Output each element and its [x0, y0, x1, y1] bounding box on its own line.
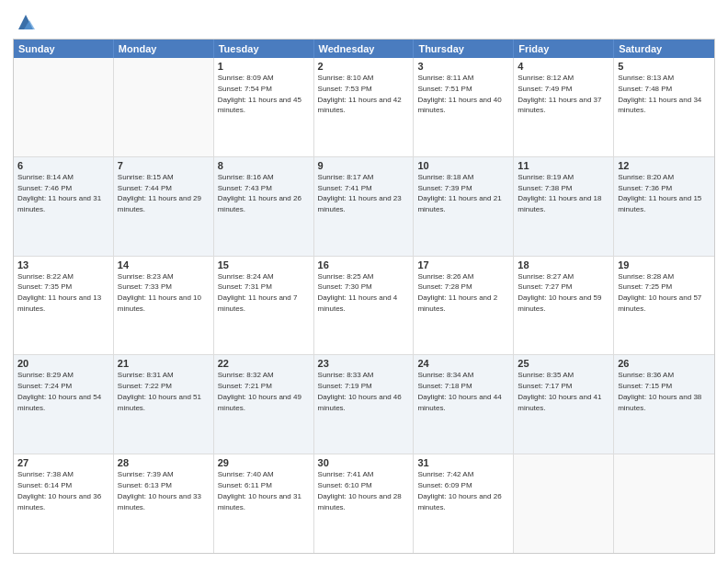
day-details: Sunrise: 8:10 AM Sunset: 7:53 PM Dayligh… — [318, 74, 402, 114]
day-details: Sunrise: 8:12 AM Sunset: 7:49 PM Dayligh… — [518, 74, 601, 114]
calendar-cell: 1Sunrise: 8:09 AM Sunset: 7:54 PM Daylig… — [214, 58, 314, 156]
day-number: 5 — [618, 61, 711, 72]
calendar-day-header: Tuesday — [214, 40, 314, 58]
calendar-cell — [114, 58, 214, 156]
day-number: 1 — [218, 61, 310, 72]
calendar-body: 1Sunrise: 8:09 AM Sunset: 7:54 PM Daylig… — [14, 58, 714, 553]
day-number: 15 — [218, 259, 310, 270]
calendar-cell: 9Sunrise: 8:17 AM Sunset: 7:41 PM Daylig… — [314, 157, 415, 256]
day-details: Sunrise: 8:33 AM Sunset: 7:19 PM Dayligh… — [318, 371, 402, 411]
calendar-day-header: Wednesday — [314, 40, 415, 58]
calendar-cell: 7Sunrise: 8:15 AM Sunset: 7:44 PM Daylig… — [114, 157, 214, 256]
calendar-row: 13Sunrise: 8:22 AM Sunset: 7:35 PM Dayli… — [14, 256, 714, 355]
day-number: 22 — [218, 358, 310, 369]
day-number: 13 — [17, 259, 109, 270]
day-number: 20 — [17, 358, 109, 369]
calendar-cell: 25Sunrise: 8:35 AM Sunset: 7:17 PM Dayli… — [514, 355, 614, 454]
calendar-row: 27Sunrise: 7:38 AM Sunset: 6:14 PM Dayli… — [14, 454, 714, 553]
calendar-cell: 31Sunrise: 7:42 AM Sunset: 6:09 PM Dayli… — [414, 454, 514, 553]
calendar-cell: 17Sunrise: 8:26 AM Sunset: 7:28 PM Dayli… — [414, 257, 514, 355]
calendar-cell: 13Sunrise: 8:22 AM Sunset: 7:35 PM Dayli… — [14, 257, 114, 355]
day-number: 12 — [618, 160, 711, 171]
calendar-cell: 20Sunrise: 8:29 AM Sunset: 7:24 PM Dayli… — [14, 355, 114, 454]
day-number: 8 — [218, 160, 310, 171]
day-number: 24 — [417, 358, 509, 369]
calendar-cell: 6Sunrise: 8:14 AM Sunset: 7:46 PM Daylig… — [14, 157, 114, 256]
calendar-cell: 19Sunrise: 8:28 AM Sunset: 7:25 PM Dayli… — [614, 257, 714, 355]
calendar-row: 6Sunrise: 8:14 AM Sunset: 7:46 PM Daylig… — [14, 156, 714, 256]
day-number: 27 — [17, 457, 109, 468]
calendar-cell: 15Sunrise: 8:24 AM Sunset: 7:31 PM Dayli… — [214, 257, 314, 355]
day-number: 11 — [518, 160, 609, 171]
day-details: Sunrise: 8:22 AM Sunset: 7:35 PM Dayligh… — [17, 272, 101, 313]
calendar-cell: 29Sunrise: 7:40 AM Sunset: 6:11 PM Dayli… — [214, 454, 314, 553]
day-details: Sunrise: 8:29 AM Sunset: 7:24 PM Dayligh… — [17, 371, 101, 411]
day-details: Sunrise: 8:25 AM Sunset: 7:30 PM Dayligh… — [318, 272, 398, 313]
day-details: Sunrise: 8:13 AM Sunset: 7:48 PM Dayligh… — [618, 74, 701, 114]
calendar-day-header: Saturday — [614, 40, 714, 58]
day-details: Sunrise: 7:42 AM Sunset: 6:09 PM Dayligh… — [417, 470, 501, 511]
day-details: Sunrise: 7:40 AM Sunset: 6:11 PM Dayligh… — [218, 470, 301, 511]
day-number: 6 — [17, 160, 109, 171]
calendar-cell — [14, 58, 114, 156]
calendar-cell: 14Sunrise: 8:23 AM Sunset: 7:33 PM Dayli… — [114, 257, 214, 355]
calendar-cell: 10Sunrise: 8:18 AM Sunset: 7:39 PM Dayli… — [414, 157, 514, 256]
calendar-day-header: Sunday — [14, 40, 114, 58]
day-number: 18 — [518, 259, 609, 270]
day-details: Sunrise: 8:35 AM Sunset: 7:17 PM Dayligh… — [518, 371, 601, 411]
day-number: 7 — [118, 160, 210, 171]
day-details: Sunrise: 8:18 AM Sunset: 7:39 PM Dayligh… — [417, 173, 501, 213]
calendar-cell: 12Sunrise: 8:20 AM Sunset: 7:36 PM Dayli… — [614, 157, 714, 256]
calendar-cell — [614, 454, 714, 553]
day-number: 4 — [518, 61, 609, 72]
calendar-day-header: Monday — [114, 40, 214, 58]
day-details: Sunrise: 8:27 AM Sunset: 7:27 PM Dayligh… — [518, 272, 601, 313]
calendar-cell: 26Sunrise: 8:36 AM Sunset: 7:15 PM Dayli… — [614, 355, 714, 454]
calendar-cell: 24Sunrise: 8:34 AM Sunset: 7:18 PM Dayli… — [414, 355, 514, 454]
day-number: 21 — [118, 358, 210, 369]
calendar-cell: 2Sunrise: 8:10 AM Sunset: 7:53 PM Daylig… — [314, 58, 415, 156]
day-details: Sunrise: 8:26 AM Sunset: 7:28 PM Dayligh… — [417, 272, 497, 313]
day-number: 19 — [618, 259, 711, 270]
day-details: Sunrise: 8:16 AM Sunset: 7:43 PM Dayligh… — [218, 173, 301, 213]
day-details: Sunrise: 8:19 AM Sunset: 7:38 PM Dayligh… — [518, 173, 601, 213]
calendar-cell: 3Sunrise: 8:11 AM Sunset: 7:51 PM Daylig… — [414, 58, 514, 156]
day-details: Sunrise: 8:09 AM Sunset: 7:54 PM Dayligh… — [218, 74, 301, 114]
day-number: 14 — [118, 259, 210, 270]
day-details: Sunrise: 8:32 AM Sunset: 7:21 PM Dayligh… — [218, 371, 301, 411]
day-number: 3 — [417, 61, 509, 72]
day-details: Sunrise: 8:20 AM Sunset: 7:36 PM Dayligh… — [618, 173, 701, 213]
calendar-cell: 27Sunrise: 7:38 AM Sunset: 6:14 PM Dayli… — [14, 454, 114, 553]
day-number: 17 — [417, 259, 509, 270]
page: SundayMondayTuesdayWednesdayThursdayFrid… — [0, 0, 728, 563]
calendar-cell: 28Sunrise: 7:39 AM Sunset: 6:13 PM Dayli… — [114, 454, 214, 553]
day-details: Sunrise: 8:17 AM Sunset: 7:41 PM Dayligh… — [318, 173, 402, 213]
calendar-cell — [514, 454, 614, 553]
calendar-row: 20Sunrise: 8:29 AM Sunset: 7:24 PM Dayli… — [14, 354, 714, 454]
day-number: 28 — [118, 457, 210, 468]
day-number: 30 — [318, 457, 410, 468]
day-number: 31 — [417, 457, 509, 468]
day-number: 26 — [618, 358, 711, 369]
day-details: Sunrise: 7:38 AM Sunset: 6:14 PM Dayligh… — [17, 470, 101, 511]
day-details: Sunrise: 8:15 AM Sunset: 7:44 PM Dayligh… — [118, 173, 201, 213]
day-number: 2 — [318, 61, 410, 72]
day-number: 10 — [417, 160, 509, 171]
day-number: 25 — [518, 358, 609, 369]
header — [13, 9, 715, 33]
day-number: 9 — [318, 160, 410, 171]
calendar-cell: 18Sunrise: 8:27 AM Sunset: 7:27 PM Dayli… — [514, 257, 614, 355]
calendar-cell: 30Sunrise: 7:41 AM Sunset: 6:10 PM Dayli… — [314, 454, 415, 553]
calendar-cell: 11Sunrise: 8:19 AM Sunset: 7:38 PM Dayli… — [514, 157, 614, 256]
calendar-cell: 8Sunrise: 8:16 AM Sunset: 7:43 PM Daylig… — [214, 157, 314, 256]
calendar-day-header: Friday — [514, 40, 614, 58]
day-details: Sunrise: 8:31 AM Sunset: 7:22 PM Dayligh… — [118, 371, 201, 411]
calendar-cell: 5Sunrise: 8:13 AM Sunset: 7:48 PM Daylig… — [614, 58, 714, 156]
day-details: Sunrise: 8:28 AM Sunset: 7:25 PM Dayligh… — [618, 272, 701, 313]
logo-icon — [15, 11, 37, 33]
day-details: Sunrise: 8:14 AM Sunset: 7:46 PM Dayligh… — [17, 173, 101, 213]
calendar-cell: 16Sunrise: 8:25 AM Sunset: 7:30 PM Dayli… — [314, 257, 415, 355]
day-details: Sunrise: 8:11 AM Sunset: 7:51 PM Dayligh… — [417, 74, 501, 114]
calendar-day-header: Thursday — [414, 40, 514, 58]
calendar-cell: 4Sunrise: 8:12 AM Sunset: 7:49 PM Daylig… — [514, 58, 614, 156]
